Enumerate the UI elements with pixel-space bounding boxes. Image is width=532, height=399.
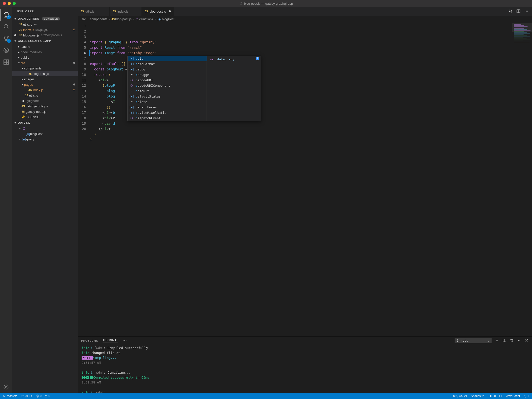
line-number[interactable]: 17	[78, 110, 86, 115]
code-line[interactable]	[90, 142, 512, 148]
line-number[interactable]: 11	[78, 77, 86, 83]
line-number[interactable]: 7	[78, 56, 86, 61]
activity-debug[interactable]	[0, 44, 12, 56]
status-indent[interactable]: Spaces: 2	[471, 394, 484, 398]
code-line[interactable]: </div>	[90, 126, 512, 132]
folder-item[interactable]: ▸public	[12, 55, 78, 60]
breadcrumb-segment[interactable]: ⬡<function>	[136, 17, 154, 21]
line-number[interactable]: 9	[78, 66, 86, 72]
suggest-item[interactable]: [◈]defaultStatus	[128, 94, 207, 99]
breadcrumb-segment[interactable]: src	[82, 17, 86, 21]
file-item[interactable]: 🔑LICENSE	[12, 114, 78, 120]
line-number[interactable]: 13	[78, 88, 86, 94]
split-terminal-button[interactable]	[502, 338, 506, 343]
panel-tab-terminal[interactable]: TERMINAL	[103, 339, 118, 343]
open-editor-item[interactable]: JSblog-post.jssrc/components	[12, 33, 78, 38]
status-sync[interactable]: 0↓ 1↑	[20, 394, 32, 398]
terminal-selector[interactable]: 1: node ⌵	[455, 338, 492, 343]
line-number[interactable]: 19	[78, 121, 86, 126]
suggest-widget[interactable]: [◈]data[◈]dateFormat[◈]debug≔debugger⬡de…	[127, 56, 261, 121]
outline-header[interactable]: ▾ OUTLINE	[12, 120, 78, 126]
line-number[interactable]: 3	[78, 34, 86, 39]
panel-tab-overflow[interactable]: •••	[123, 339, 127, 342]
line-number[interactable]: 6	[78, 50, 86, 56]
breadcrumb-segment[interactable]: components	[90, 17, 107, 21]
activity-extensions[interactable]	[0, 56, 12, 68]
suggest-item[interactable]: ≔debugger	[128, 72, 207, 78]
suggest-item[interactable]: ⬡decodeURI	[128, 78, 207, 83]
outline-item[interactable]: ▾[◈]query	[12, 136, 78, 142]
line-number[interactable]: 5	[78, 45, 86, 50]
status-branch[interactable]: master*	[2, 394, 17, 398]
line-number[interactable]: 12	[78, 83, 86, 88]
folder-item[interactable]: ▸node_modules	[12, 49, 78, 55]
code-line[interactable]: <div d	[90, 121, 512, 126]
folder-item[interactable]: ▾pages	[12, 82, 78, 87]
line-number[interactable]: 14	[78, 94, 86, 99]
kill-terminal-button[interactable]	[510, 338, 514, 343]
new-terminal-button[interactable]	[495, 338, 499, 343]
suggest-item[interactable]: [◈]devicePixelRatio	[128, 110, 207, 116]
line-number[interactable]: 10	[78, 72, 86, 77]
breadcrumb[interactable]: src › components › JSblog-post.js › ⬡<fu…	[78, 16, 532, 22]
panel-tab-problems[interactable]: PROBLEMS	[81, 339, 98, 342]
info-icon[interactable]: i	[256, 57, 259, 60]
activity-source-control[interactable]: 1	[0, 33, 12, 44]
suggest-item[interactable]: ⬡dispatchEvent	[128, 116, 207, 121]
activity-search[interactable]	[0, 21, 12, 33]
code-content[interactable]: import { graphql } from "gatsby"import R…	[89, 22, 512, 336]
activity-explorer[interactable]: 1	[0, 9, 12, 21]
outline-item[interactable]: [◈]blogPost	[12, 131, 78, 136]
suggest-item[interactable]: [◈]debug	[128, 67, 207, 72]
activity-settings[interactable]	[0, 381, 12, 393]
line-number[interactable]: 4	[78, 39, 86, 45]
suggest-item[interactable]: [◈]data	[128, 56, 207, 61]
folder-item[interactable]: ▸.cache	[12, 44, 78, 49]
line-number[interactable]: 15	[78, 99, 86, 104]
window-minimize-button[interactable]	[8, 2, 11, 5]
workspace-header[interactable]: ▾ GATSBY-GRAPHQL-APP	[12, 38, 78, 44]
code-editor[interactable]: 1234567891011121314151617181920 import {…	[78, 22, 532, 336]
window-zoom-button[interactable]	[13, 2, 16, 5]
code-line[interactable]: }	[90, 137, 512, 142]
code-line[interactable]: import Image from "gatsby-image"	[90, 50, 512, 56]
close-panel-button[interactable]	[525, 338, 529, 343]
suggest-item[interactable]: [◈]dateFormat	[128, 61, 207, 67]
breadcrumb-segment[interactable]: JSblog-post.js	[111, 17, 132, 21]
editor-tab[interactable]: JSindex.js	[110, 7, 142, 16]
minimap-viewport[interactable]	[512, 23, 532, 32]
file-item[interactable]: JSutils.js	[12, 93, 78, 98]
file-item[interactable]: JSgatsby-node.js	[12, 109, 78, 114]
minimap[interactable]	[512, 22, 532, 336]
suggest-item[interactable]: ≔delete	[128, 99, 207, 105]
line-number[interactable]: 1	[78, 23, 86, 29]
folder-item[interactable]: ▸images	[12, 76, 78, 82]
suggest-item[interactable]: ⬡decodeURIComponent	[128, 83, 207, 88]
editor-tab[interactable]: JSblog-post.js	[142, 7, 174, 16]
editor-tab[interactable]: JSutils.js	[78, 7, 110, 16]
file-item[interactable]: JSindex.jsM	[12, 87, 78, 93]
status-eol[interactable]: LF	[499, 394, 503, 398]
outline-item[interactable]: ▾⬡	[12, 126, 78, 131]
status-cursor[interactable]: Ln 6, Col 21	[451, 394, 467, 398]
status-problems[interactable]: 0 0	[35, 394, 50, 398]
open-editors-header[interactable]: ▾ OPEN EDITORS 1 UNSAVED	[12, 16, 78, 22]
open-editor-item[interactable]: JSutils.jssrc	[12, 22, 78, 27]
suggest-item[interactable]: [◈]departFocus	[128, 105, 207, 110]
maximize-panel-button[interactable]	[517, 338, 521, 343]
folder-item[interactable]: ▾components	[12, 66, 78, 71]
line-number[interactable]: 2	[78, 29, 86, 34]
compare-changes-button[interactable]	[508, 9, 513, 14]
file-item[interactable]: JSblog-post.js	[12, 71, 78, 76]
file-item[interactable]: JSgatsby-config.js	[12, 103, 78, 109]
code-line[interactable]: )	[90, 132, 512, 137]
more-actions-button[interactable]	[524, 9, 529, 14]
open-editor-item[interactable]: JSindex.jssrc/pagesM	[12, 27, 78, 33]
code-line[interactable]: import { graphql } from "gatsby"	[90, 39, 512, 45]
status-feedback[interactable]: 1	[523, 394, 530, 398]
breadcrumb-segment[interactable]: [◈]blogPost	[158, 17, 174, 21]
suggest-item[interactable]: ≔default	[128, 88, 207, 94]
line-number[interactable]: 18	[78, 115, 86, 121]
status-language[interactable]: JavaScript	[506, 394, 520, 398]
code-line[interactable]: import React from "react"	[90, 45, 512, 50]
